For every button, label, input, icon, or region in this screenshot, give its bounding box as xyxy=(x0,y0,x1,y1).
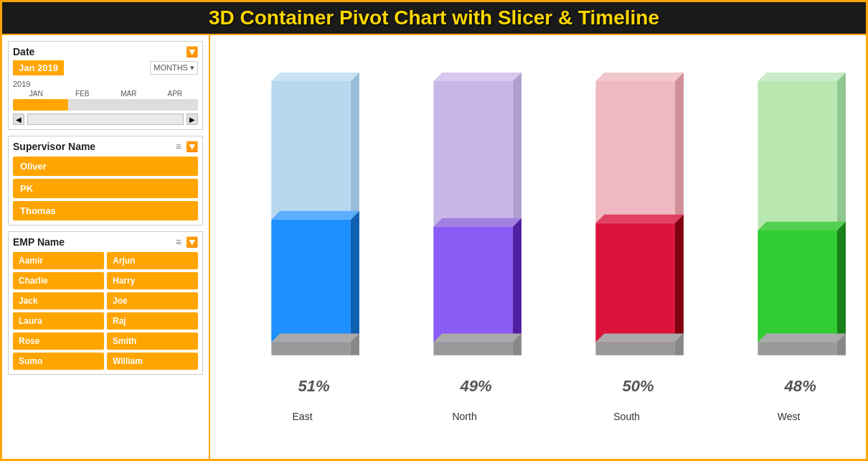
emp-item-rose[interactable]: Rose xyxy=(13,332,104,350)
east-bar-front xyxy=(271,220,351,343)
emp-item-jack[interactable]: Jack xyxy=(13,292,104,309)
east-pct-label: 51% xyxy=(298,377,331,395)
north-pct-label: 49% xyxy=(460,377,493,395)
supervisor-item-pk[interactable]: PK xyxy=(13,179,198,198)
south-bar-right xyxy=(675,215,684,343)
south-bar-front xyxy=(595,223,675,343)
east-base-top xyxy=(271,334,359,343)
title-bar: 3D Container Pivot Chart with Slicer & T… xyxy=(2,2,866,35)
timeline-scroll[interactable] xyxy=(27,113,184,125)
north-bar-top xyxy=(433,218,522,227)
date-selected[interactable]: Jan 2019 xyxy=(13,60,64,75)
east-base-front xyxy=(271,343,351,355)
supervisor-slicer: Supervisor Name ≡ 🔽 Oliver PK Thomas xyxy=(8,136,203,225)
west-base-top xyxy=(758,334,846,343)
emp-item-laura[interactable]: Laura xyxy=(13,312,104,330)
page-title: 3D Container Pivot Chart with Slicer & T… xyxy=(209,6,659,29)
south-pct-label: 50% xyxy=(623,377,655,395)
west-base-front xyxy=(758,343,837,355)
south-base-front xyxy=(595,343,675,355)
emp-slicer-header: EMP Name ≡ 🔽 xyxy=(13,236,198,248)
emp-slicer: EMP Name ≡ 🔽 Aamir Arjun Charlie Harry J… xyxy=(8,231,203,375)
supervisor-item-oliver[interactable]: Oliver xyxy=(13,157,198,176)
timeline-prev-btn[interactable]: ◀ xyxy=(13,113,24,125)
west-bar-top xyxy=(758,222,846,230)
north-base-front xyxy=(433,343,513,355)
supervisor-item-thomas[interactable]: Thomas xyxy=(13,201,198,220)
month-labels: JAN FEB MAR APR xyxy=(13,90,198,98)
west-pct-label: 48% xyxy=(784,377,817,395)
supervisor-filter-icon[interactable]: 🔽 xyxy=(186,141,198,152)
south-bar-top xyxy=(595,215,684,223)
south-region-label: South xyxy=(613,411,640,422)
east-bar-top xyxy=(271,211,359,220)
emp-item-sumo[interactable]: Sumo xyxy=(13,353,104,370)
east-region-label: East xyxy=(292,411,312,422)
date-slicer-header: Date 🔽 xyxy=(13,46,198,57)
north-ghost-top xyxy=(433,73,522,81)
emp-item-arjun[interactable]: Arjun xyxy=(107,252,198,269)
month-feb: FEB xyxy=(60,90,106,98)
date-slicer: Date 🔽 Jan 2019 MONTHS ▾ 2019 JAN FEB MA… xyxy=(8,41,203,130)
month-mar: MAR xyxy=(105,90,152,98)
content-area: Date 🔽 Jan 2019 MONTHS ▾ 2019 JAN FEB MA… xyxy=(2,35,866,459)
year-label: 2019 xyxy=(13,80,198,88)
east-ghost-top xyxy=(271,73,359,81)
emp-item-harry[interactable]: Harry xyxy=(107,272,198,289)
chart-area: 51% East 49% North xyxy=(210,35,866,459)
date-filter-icon[interactable]: 🔽 xyxy=(186,46,198,57)
timeline-fill xyxy=(13,99,68,111)
date-slicer-title: Date xyxy=(13,46,34,57)
emp-sort-icon[interactable]: ≡ xyxy=(176,236,181,248)
timeline-next-btn[interactable]: ▶ xyxy=(187,113,198,125)
emp-filter-icon[interactable]: 🔽 xyxy=(186,236,198,248)
emp-item-aamir[interactable]: Aamir xyxy=(13,252,104,269)
emp-grid: Aamir Arjun Charlie Harry Jack Joe Laura… xyxy=(13,252,198,370)
west-ghost-top xyxy=(758,73,846,81)
east-bar-right xyxy=(351,211,359,343)
south-ghost-top xyxy=(595,73,684,81)
emp-item-joe[interactable]: Joe xyxy=(107,292,198,309)
emp-item-raj[interactable]: Raj xyxy=(107,312,198,330)
north-base-top xyxy=(433,334,522,343)
month-apr: APR xyxy=(152,90,199,98)
supervisor-items: Oliver PK Thomas xyxy=(13,157,198,220)
months-dropdown[interactable]: MONTHS ▾ xyxy=(150,61,198,75)
north-region-label: North xyxy=(452,411,476,422)
west-bar-right xyxy=(837,222,846,343)
chart-svg: 51% East 49% North xyxy=(217,42,852,452)
south-base-top xyxy=(595,334,684,343)
north-bar-right xyxy=(513,218,522,343)
north-bar-front xyxy=(433,227,513,343)
emp-item-smith[interactable]: Smith xyxy=(107,332,198,350)
emp-item-william[interactable]: William xyxy=(107,353,198,370)
emp-item-charlie[interactable]: Charlie xyxy=(13,272,104,289)
timeline-bar[interactable] xyxy=(13,99,198,111)
west-bar-front xyxy=(758,230,837,343)
timeline-nav: ◀ ▶ xyxy=(13,113,198,125)
month-jan: JAN xyxy=(13,90,60,98)
emp-slicer-title: EMP Name xyxy=(13,236,65,248)
supervisor-slicer-title: Supervisor Name xyxy=(13,141,95,152)
west-region-label: West xyxy=(778,411,801,422)
supervisor-slicer-header: Supervisor Name ≡ 🔽 xyxy=(13,141,198,152)
main-container: 3D Container Pivot Chart with Slicer & T… xyxy=(0,0,868,461)
left-panel: Date 🔽 Jan 2019 MONTHS ▾ 2019 JAN FEB MA… xyxy=(2,35,210,459)
supervisor-sort-icon[interactable]: ≡ xyxy=(176,141,181,152)
